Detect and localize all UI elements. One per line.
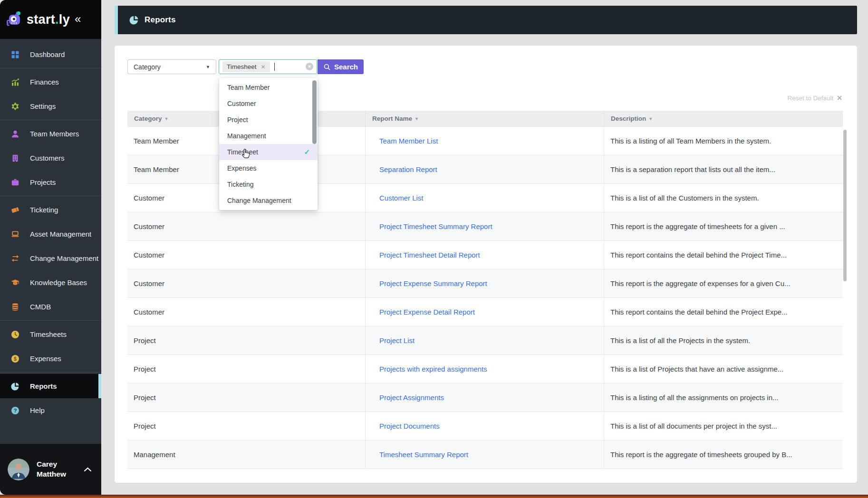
sidebar-item-label: Timesheets [30,330,67,338]
svg-text:$: $ [14,355,17,361]
coin-icon: $ [10,354,20,364]
sidebar-item-finances[interactable]: Finances [0,70,101,94]
report-link[interactable]: Project Expense Summary Report [379,279,487,287]
table-row: CustomerProject Timesheet Detail ReportT… [127,240,843,269]
clear-input-icon[interactable]: ✕ [306,63,313,70]
sidebar-item-projects[interactable]: Projects [0,170,101,194]
table-row: ProjectProject ListThis is a list of all… [127,326,843,354]
dropdown-option-label: Change Management [227,197,291,204]
chip-remove-icon[interactable]: ✕ [261,64,266,70]
sidebar-item-help[interactable]: ?Help [0,398,101,422]
chip-label: Timesheet [227,63,257,70]
help-icon: ? [10,406,20,415]
report-link[interactable]: Projects with expired assignments [379,365,487,373]
sidebar-item-label: Asset Management [30,230,91,238]
dropdown-option-project[interactable]: Project [219,112,318,128]
reset-to-default-link[interactable]: Reset to Default ✕ [787,94,842,102]
description-cell: This is a listing of all Team Members in… [604,127,843,155]
dropdown-option-management[interactable]: Management [219,128,318,144]
report-link[interactable]: Project Expense Detail Report [379,308,475,316]
column-header-report-name[interactable]: Report Name▾ [366,111,604,126]
reset-label: Reset to Default [787,95,833,102]
sidebar-item-ticketing[interactable]: Ticketing [0,198,101,222]
dropdown-option-ticketing[interactable]: Ticketing [219,176,318,192]
robot-logo-icon [6,9,27,30]
pie-chart-icon [129,15,139,25]
dropdown-scrollbar[interactable] [312,80,317,144]
page-header: Reports [115,6,857,34]
chevron-up-icon[interactable] [84,465,92,474]
sidebar-item-label: Dashboard [30,50,65,58]
category-cell: Project [127,326,366,354]
search-button-label: Search [334,63,358,71]
report-link[interactable]: Team Member List [379,137,438,145]
table-scrollbar[interactable] [843,130,847,281]
sidebar-item-label: Expenses [30,354,61,363]
report-link[interactable]: Project List [379,336,415,345]
clock-icon [10,330,20,339]
sidebar-item-label: Help [30,406,45,414]
dropdown-option-customer[interactable]: Customer [219,96,318,112]
report-name-cell: Project Timesheet Detail Report [366,241,604,269]
column-header-description[interactable]: Description▾ [604,111,843,126]
search-button[interactable]: Search [318,59,364,74]
sidebar-item-dashboard[interactable]: Dashboard [0,42,101,67]
category-select-value: Category [134,63,161,71]
description-cell: This is a list of all the Projects in th… [604,326,843,354]
text-caret [274,63,275,71]
sidebar-item-knowledge-bases[interactable]: Knowledge Bases [0,270,101,295]
category-filter-select[interactable]: Category ▼ [127,59,216,74]
sidebar-item-label: Customers [30,154,65,162]
report-link[interactable]: Project Assignments [379,393,444,402]
sidebar-divider [0,320,101,321]
sidebar-item-asset-management[interactable]: Asset Management [0,222,101,246]
report-link[interactable]: Project Timesheet Detail Report [379,251,480,259]
logo[interactable]: start.ly « [0,0,101,39]
sidebar-item-expenses[interactable]: $Expenses [0,346,101,371]
sidebar-item-settings[interactable]: Settings [0,94,101,118]
dropdown-option-label: Expenses [227,164,256,172]
category-cell: Customer [127,269,366,297]
report-link[interactable]: Separation Report [379,165,437,173]
sidebar-item-reports[interactable]: Reports [0,374,101,398]
report-link[interactable]: Project Timesheet Summary Report [379,222,492,230]
report-name-cell: Project Expense Summary Report [366,269,604,297]
report-link[interactable]: Project Documents [379,422,440,430]
category-cell: Project [127,412,366,440]
report-name-cell: Project Timesheet Summary Report [366,212,604,240]
dropdown-option-expenses[interactable]: Expenses [219,160,318,176]
column-header-label: Description [611,115,646,122]
report-link[interactable]: Timesheet Summary Report [379,450,468,459]
page-title: Reports [145,15,176,25]
sidebar-item-team-members[interactable]: Team Members [0,122,101,146]
sidebar-item-customers[interactable]: Customers [0,146,101,170]
category-cell: Customer [127,241,366,269]
sidebar-item-timesheets[interactable]: Timesheets [0,322,101,346]
report-name-cell: Project Expense Detail Report [366,298,604,326]
report-name-cell: Customer List [366,184,604,212]
report-link[interactable]: Customer List [379,194,424,202]
sidebar-item-label: Finances [30,78,59,86]
ticket-icon [10,205,20,215]
dropdown-option-label: Management [227,132,266,140]
sidebar-divider [0,196,101,196]
dropdown-option-team-member[interactable]: Team Member [219,79,318,96]
chevron-down-icon: ▼ [206,65,210,69]
dropdown-option-change-management[interactable]: Change Management [219,192,318,209]
briefcase-icon [10,178,20,187]
sidebar-collapse-icon[interactable]: « [75,12,81,26]
sort-arrow-icon: ▾ [649,116,652,121]
sidebar-item-cmdb[interactable]: CMDB [0,295,101,319]
report-name-cell: Project Assignments [366,383,604,412]
user-menu[interactable]: Carey Matthew [0,444,101,495]
sidebar-item-label: Projects [30,178,56,186]
category-cell: Customer [127,298,366,326]
category-value-input[interactable]: Timesheet ✕ ✕ [219,59,317,74]
category-dropdown-menu: Team MemberCustomerProjectManagementTime… [219,78,318,210]
grid-icon [10,50,20,59]
sidebar-item-change-management[interactable]: Change Management [0,246,101,270]
sidebar-divider [0,120,101,120]
dropdown-option-timesheet[interactable]: Timesheet✓ [219,144,318,160]
report-name-cell: Project Documents [366,412,604,440]
sidebar-nav: DashboardFinancesSettingsTeam MembersCus… [0,39,101,422]
